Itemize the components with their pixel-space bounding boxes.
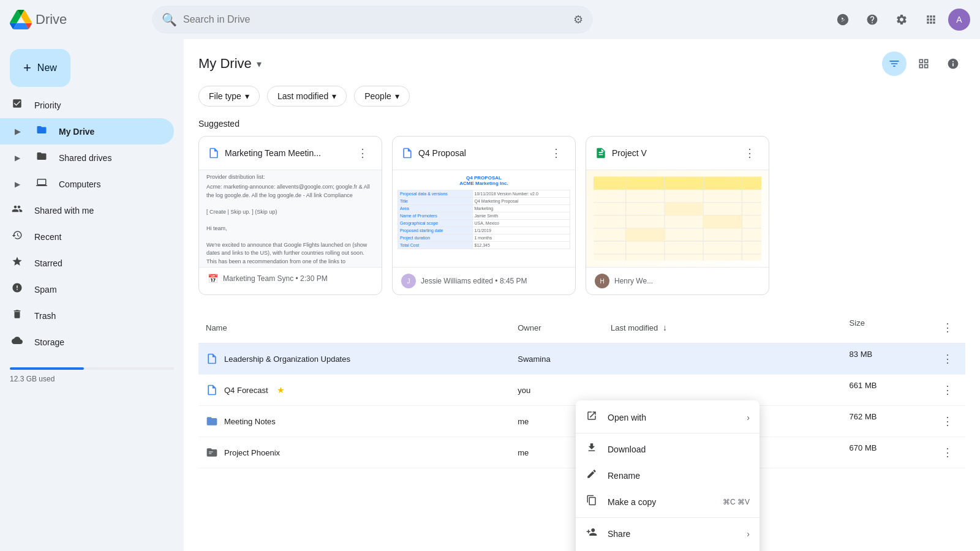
file-more-btn-1[interactable]: ⋮ <box>937 381 958 399</box>
menu-item-rename[interactable]: Rename <box>576 462 760 489</box>
my-drive-expand-icon: ▶ <box>10 127 24 136</box>
filter-file-type[interactable]: File type ▾ <box>198 86 260 107</box>
menu-item-download[interactable]: Download <box>576 436 760 462</box>
spam-icon <box>10 282 24 296</box>
filter-last-modified[interactable]: Last modified ▾ <box>267 86 347 107</box>
logo: Drive <box>10 9 145 31</box>
sidebar-label-starred: Starred <box>34 258 62 268</box>
sidebar-item-spam[interactable]: Spam <box>0 276 174 302</box>
menu-label-download: Download <box>608 444 646 454</box>
menu-item-share[interactable]: Share › <box>576 520 760 547</box>
file-size-2: 762 MB ⋮ <box>842 406 965 437</box>
star-icon-1: ★ <box>277 385 285 395</box>
settings-icon <box>895 13 908 26</box>
sidebar-item-shared-with-me[interactable]: Shared with me <box>0 197 174 223</box>
sidebar-item-starred[interactable]: Starred <box>0 250 174 276</box>
my-drive-icon <box>34 124 49 138</box>
card-more-btn-0[interactable]: ⋮ <box>352 144 373 162</box>
menu-divider-1 <box>576 517 760 518</box>
file-modified-0 <box>603 343 842 375</box>
sidebar-label-recent: Recent <box>34 232 61 242</box>
sidebar-item-priority[interactable]: Priority <box>0 92 174 118</box>
col-name[interactable]: Name <box>198 312 510 343</box>
search-bar[interactable]: 🔍 ⚙ <box>152 6 593 34</box>
trash-icon <box>10 309 24 323</box>
open-with-arrow-icon: › <box>747 413 750 422</box>
filter-last-modified-chevron: ▾ <box>332 91 336 101</box>
card-footer-text-2: Henry We... <box>614 277 653 285</box>
card-title-1: Q4 Proposal <box>418 148 466 158</box>
filter-file-type-chevron: ▾ <box>245 91 249 101</box>
user-avatar[interactable]: A <box>948 9 970 31</box>
file-more-btn-3[interactable]: ⋮ <box>937 443 958 462</box>
filter-list-icon-btn[interactable] <box>882 51 907 76</box>
file-owner-0: Swamina <box>510 343 603 375</box>
file-name-cell-1: Q4 Forecast ★ <box>206 384 503 396</box>
card-more-btn-2[interactable]: ⋮ <box>739 144 760 162</box>
sort-down-icon: ↓ <box>663 323 667 332</box>
shared-drives-icon <box>34 151 49 165</box>
context-menu: Open with › Download <box>576 400 760 551</box>
svg-rect-2 <box>594 177 761 190</box>
tasks-icon-btn[interactable] <box>831 7 855 32</box>
table-more-btn[interactable]: ⋮ <box>937 318 958 337</box>
grid-view-icon-btn[interactable] <box>911 51 936 76</box>
storage-used-label: 12.3 GB used <box>10 375 55 383</box>
svg-rect-13 <box>665 203 703 216</box>
doc-file-icon-1 <box>206 384 218 396</box>
suggested-card-2[interactable]: Project V ⋮ <box>586 136 769 295</box>
file-more-btn-0[interactable]: ⋮ <box>937 350 958 368</box>
suggested-card-0[interactable]: Marketing Team Meetin... ⋮ Note: Create … <box>198 136 382 295</box>
avatar-jessie: J <box>401 274 416 288</box>
filter-list-icon <box>888 58 900 70</box>
sidebar-item-storage[interactable]: Storage <box>0 329 174 355</box>
col-last-modified[interactable]: Last modified ↓ <box>603 312 842 343</box>
sidebar-item-my-drive[interactable]: ▶ My Drive <box>0 118 174 144</box>
menu-item-open-with[interactable]: Open with › <box>576 404 760 430</box>
info-icon-btn[interactable] <box>941 51 965 76</box>
sidebar-label-shared-with-me: Shared with me <box>34 206 94 216</box>
app-title: Drive <box>36 12 67 28</box>
new-button[interactable]: + New <box>10 49 70 87</box>
project-preview-chart <box>586 170 769 267</box>
topbar-icons: A <box>831 7 970 32</box>
search-filter-icon[interactable]: ⚙ <box>573 13 583 26</box>
filter-file-type-label: File type <box>209 91 241 101</box>
apps-icon-btn[interactable] <box>919 7 943 32</box>
table-row[interactable]: Leadership & Organization Updates Swamin… <box>198 343 965 375</box>
sidebar-item-shared-drives[interactable]: ▶ Shared drives <box>0 144 174 171</box>
svg-rect-14 <box>703 216 742 228</box>
search-input[interactable] <box>183 14 567 25</box>
settings-icon-btn[interactable] <box>889 7 914 32</box>
storage-bar-fill <box>10 367 84 370</box>
share-arrow-icon: › <box>747 529 750 539</box>
card-footer-0: 📅 Marketing Team Sync • 2:30 PM <box>199 268 382 290</box>
title-chevron-icon[interactable]: ▾ <box>257 58 262 70</box>
help-icon-btn[interactable] <box>860 7 884 32</box>
card-title-0: Marketing Team Meetin... <box>225 148 321 158</box>
sidebar-item-trash[interactable]: Trash <box>0 302 174 329</box>
card-more-btn-1[interactable]: ⋮ <box>546 144 567 162</box>
filter-last-modified-label: Last modified <box>277 91 328 101</box>
sidebar-item-recent[interactable]: Recent <box>0 223 174 250</box>
folder-file-icon-3 <box>206 446 218 459</box>
menu-item-make-copy[interactable]: Make a copy ⌘C ⌘V <box>576 489 760 515</box>
suggested-section: Suggested Marketing Team Meetin... ⋮ <box>198 119 965 295</box>
sidebar-label-shared-drives: Shared drives <box>59 153 111 163</box>
sidebar-label-computers: Computers <box>59 179 100 189</box>
card-header-2: Project V ⋮ <box>586 137 769 170</box>
file-more-btn-2[interactable]: ⋮ <box>937 412 958 430</box>
content-area: My Drive ▾ <box>184 39 980 551</box>
suggested-card-1[interactable]: Q4 Proposal ⋮ Q4 PROPOSALACME Marketing … <box>392 136 576 295</box>
filter-people[interactable]: People ▾ <box>354 86 410 107</box>
menu-label-open-with: Open with <box>608 413 646 422</box>
menu-label-share: Share <box>608 529 630 539</box>
sidebar-label-spam: Spam <box>34 285 57 294</box>
drive-title: My Drive ▾ <box>198 56 262 72</box>
calendar-icon: 📅 <box>208 274 218 283</box>
sidebar-label-storage: Storage <box>34 337 64 347</box>
menu-item-organize[interactable]: Organize › <box>576 547 760 551</box>
doc-icon-1 <box>401 147 413 159</box>
shared-with-me-icon <box>10 203 24 217</box>
sidebar-item-computers[interactable]: ▶ Computers <box>0 171 174 197</box>
